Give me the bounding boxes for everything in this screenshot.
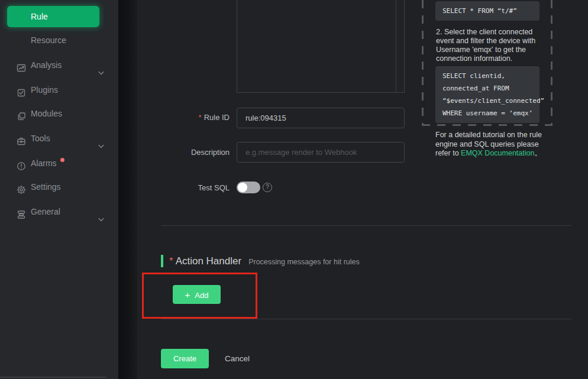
sidebar-item-resource[interactable]: Resource — [0, 31, 118, 50]
code-line: “$events/client_connected” — [442, 95, 539, 107]
required-marker: * — [169, 255, 173, 267]
help-panel-dashed-border-right — [551, 0, 553, 126]
emqx-dashboard: Rule Resource Analysis Plugins Modules — [0, 0, 588, 379]
chevron-down-icon — [98, 137, 104, 141]
checkbox-icon — [17, 85, 26, 95]
sidebar-content-shadow — [118, 0, 137, 379]
cancel-button[interactable]: Cancel — [225, 349, 250, 368]
sql-example-client-connected: SELECT clientid, connected_at FROM “$eve… — [435, 66, 539, 123]
copy-icon — [17, 109, 26, 118]
help-question-icon[interactable]: ? — [263, 183, 272, 192]
description-input[interactable] — [237, 142, 405, 163]
create-button[interactable]: Create — [161, 349, 209, 368]
toggle-knob — [238, 183, 247, 192]
rule-id-label: *Rule ID — [137, 113, 230, 122]
sidebar-item-alarms[interactable]: Alarms — [0, 154, 118, 173]
sidebar-item-label: Settings — [31, 177, 61, 196]
code-line: WHERE username = ‘emqx’ — [442, 107, 539, 119]
gear-icon — [17, 182, 26, 192]
section-accent-bar — [161, 255, 163, 267]
sidebar-item-label: Resource — [31, 31, 66, 50]
chevron-down-icon — [98, 63, 104, 68]
footer-divider — [161, 319, 571, 319]
sidebar-item-label: General — [31, 202, 60, 221]
sidebar-item-general[interactable]: General — [0, 202, 118, 221]
emqx-documentation-link[interactable]: EMQX Documentation — [461, 149, 534, 157]
alert-circle-icon — [17, 158, 26, 168]
rule-id-input[interactable] — [237, 108, 405, 128]
sidebar-item-label: Plugins — [31, 80, 58, 99]
sidebar-item-tools[interactable]: Tools — [0, 129, 118, 148]
sidebar-item-analysis[interactable]: Analysis — [0, 56, 118, 74]
help-tip-text: 2. Select the client connected event and… — [436, 28, 544, 63]
code-line: SELECT clientid, — [442, 70, 539, 82]
chart-icon — [17, 60, 26, 70]
sidebar-item-label: Alarms — [31, 154, 57, 173]
required-marker: * — [199, 113, 202, 122]
sidebar-item-label: Tools — [31, 129, 50, 148]
alarm-badge — [60, 158, 64, 162]
chevron-down-icon — [98, 210, 104, 215]
sidebar-item-settings[interactable]: Settings — [0, 177, 118, 196]
help-panel-dashed-border-left — [422, 0, 424, 126]
sidebar-item-label: Modules — [31, 104, 62, 123]
help-panel-dashed-border-bottom — [422, 124, 553, 126]
toolbox-icon — [17, 134, 26, 143]
sidebar-item-modules[interactable]: Modules — [0, 104, 118, 123]
description-label: Description — [137, 148, 230, 157]
stack-icon — [17, 207, 26, 216]
tutorial-text: For a detailed tutorial on the rule engi… — [435, 131, 547, 158]
add-action-button[interactable]: +Add — [173, 285, 221, 304]
rule-create-form: *Rule ID Description Test SQL ? *Action … — [137, 0, 588, 379]
plus-icon: + — [185, 290, 190, 300]
sql-example-basic: SELECT * FROM “t/#” — [435, 1, 539, 21]
sql-editor[interactable] — [237, 0, 405, 93]
test-sql-label: Test SQL — [137, 183, 230, 192]
sidebar-item-label: Rule — [31, 12, 48, 21]
sidebar-item-plugins[interactable]: Plugins — [0, 80, 118, 99]
section-divider — [161, 225, 571, 226]
sidebar-scrollbar[interactable] — [0, 377, 106, 378]
action-handler-title: *Action HandlerProcessing messages for h… — [169, 255, 360, 267]
sql-editor-scrollbar[interactable] — [396, 0, 396, 92]
test-sql-toggle[interactable] — [237, 182, 260, 193]
action-handler-subtitle: Processing messages for hit rules — [248, 258, 360, 266]
sidebar: Rule Resource Analysis Plugins Modules — [0, 0, 118, 379]
sidebar-item-label: Analysis — [31, 56, 62, 74]
code-line: connected_at FROM — [442, 82, 539, 95]
sidebar-item-rule[interactable]: Rule — [7, 6, 99, 27]
